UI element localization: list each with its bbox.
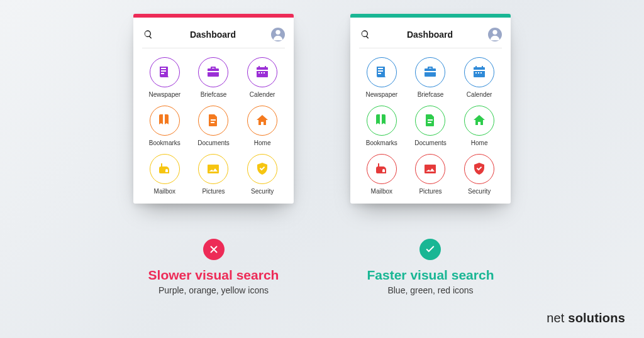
check-icon bbox=[419, 239, 441, 260]
bookmarks-label: Bookmarks bbox=[366, 139, 397, 146]
pictures-label: Pictures bbox=[419, 188, 441, 195]
app-pictures[interactable]: Pictures bbox=[191, 154, 236, 195]
app-mailbox[interactable]: Mailbox bbox=[359, 154, 404, 195]
bookmarks-label: Bookmarks bbox=[149, 139, 180, 146]
documents-label: Documents bbox=[197, 139, 230, 146]
app-newspaper[interactable]: Newspaper bbox=[359, 57, 404, 98]
avatar[interactable] bbox=[271, 28, 285, 41]
security-icon bbox=[464, 154, 494, 184]
calendar-label: Calender bbox=[467, 91, 492, 98]
mailbox-label: Mailbox bbox=[154, 188, 175, 195]
app-security[interactable]: Security bbox=[240, 154, 285, 195]
app-mailbox[interactable]: Mailbox bbox=[142, 154, 187, 195]
dashboard-mockup: DashboardNewspaperBriefcaseCalenderBookm… bbox=[133, 14, 294, 204]
app-briefcase[interactable]: Briefcase bbox=[408, 57, 453, 98]
mailbox-icon bbox=[150, 154, 180, 184]
newspaper-label: Newspaper bbox=[366, 91, 398, 98]
documents-icon bbox=[198, 106, 228, 136]
app-documents[interactable]: Documents bbox=[191, 106, 236, 146]
briefcase-label: Briefcase bbox=[201, 91, 227, 98]
security-icon bbox=[247, 154, 277, 184]
security-label: Security bbox=[251, 188, 274, 195]
pictures-icon bbox=[198, 154, 228, 184]
topbar: Dashboard bbox=[359, 24, 502, 48]
newspaper-icon bbox=[150, 57, 180, 87]
search-icon[interactable] bbox=[359, 28, 372, 41]
home-icon bbox=[464, 106, 494, 136]
avatar[interactable] bbox=[488, 28, 502, 41]
documents-label: Documents bbox=[414, 139, 447, 146]
verdict-headline: Slower visual search bbox=[148, 268, 279, 283]
bookmarks-icon bbox=[367, 106, 397, 136]
app-calendar[interactable]: Calender bbox=[240, 57, 285, 98]
app-bookmarks[interactable]: Bookmarks bbox=[142, 106, 187, 146]
security-label: Security bbox=[468, 188, 491, 195]
documents-icon bbox=[415, 106, 445, 136]
app-calendar[interactable]: Calender bbox=[457, 57, 502, 98]
icon-grid: NewspaperBriefcaseCalenderBookmarksDocum… bbox=[142, 48, 285, 195]
home-label: Home bbox=[471, 139, 488, 146]
briefcase-icon bbox=[415, 57, 445, 87]
panel-bad: DashboardNewspaperBriefcaseCalenderBookm… bbox=[133, 14, 294, 295]
brand-logo: net solutions bbox=[547, 311, 625, 325]
calendar-icon bbox=[464, 57, 494, 87]
panel-good: DashboardNewspaperBriefcaseCalenderBookm… bbox=[350, 14, 511, 295]
cross-icon bbox=[203, 239, 225, 260]
verdict-headline: Faster visual search bbox=[367, 268, 494, 283]
home-label: Home bbox=[254, 139, 271, 146]
brand-word-1: net bbox=[547, 311, 564, 325]
pictures-icon bbox=[415, 154, 445, 184]
comparison-stage: DashboardNewspaperBriefcaseCalenderBookm… bbox=[0, 0, 644, 338]
app-documents[interactable]: Documents bbox=[408, 106, 453, 146]
verdict: Faster visual searchBlue, green, red ico… bbox=[367, 239, 494, 295]
brand-word-2: solutions bbox=[568, 311, 625, 325]
mailbox-icon bbox=[367, 154, 397, 184]
verdict-sub: Purple, orange, yellow icons bbox=[148, 285, 279, 295]
app-home[interactable]: Home bbox=[240, 106, 285, 146]
page-title: Dashboard bbox=[407, 30, 453, 40]
verdict: Slower visual searchPurple, orange, yell… bbox=[148, 239, 279, 295]
briefcase-icon bbox=[198, 57, 228, 87]
bookmarks-icon bbox=[150, 106, 180, 136]
page-title: Dashboard bbox=[190, 30, 236, 40]
app-briefcase[interactable]: Briefcase bbox=[191, 57, 236, 98]
calendar-icon bbox=[247, 57, 277, 87]
mailbox-label: Mailbox bbox=[371, 188, 392, 195]
app-security[interactable]: Security bbox=[457, 154, 502, 195]
calendar-label: Calender bbox=[250, 91, 275, 98]
app-bookmarks[interactable]: Bookmarks bbox=[359, 106, 404, 146]
newspaper-label: Newspaper bbox=[149, 91, 181, 98]
app-newspaper[interactable]: Newspaper bbox=[142, 57, 187, 98]
search-icon[interactable] bbox=[142, 28, 155, 41]
dashboard-mockup: DashboardNewspaperBriefcaseCalenderBookm… bbox=[350, 14, 511, 204]
topbar: Dashboard bbox=[142, 24, 285, 48]
app-home[interactable]: Home bbox=[457, 106, 502, 146]
newspaper-icon bbox=[367, 57, 397, 87]
app-pictures[interactable]: Pictures bbox=[408, 154, 453, 195]
icon-grid: NewspaperBriefcaseCalenderBookmarksDocum… bbox=[359, 48, 502, 195]
verdict-sub: Blue, green, red icons bbox=[367, 285, 494, 295]
pictures-label: Pictures bbox=[202, 188, 225, 195]
home-icon bbox=[247, 106, 277, 136]
briefcase-label: Briefcase bbox=[418, 91, 444, 98]
